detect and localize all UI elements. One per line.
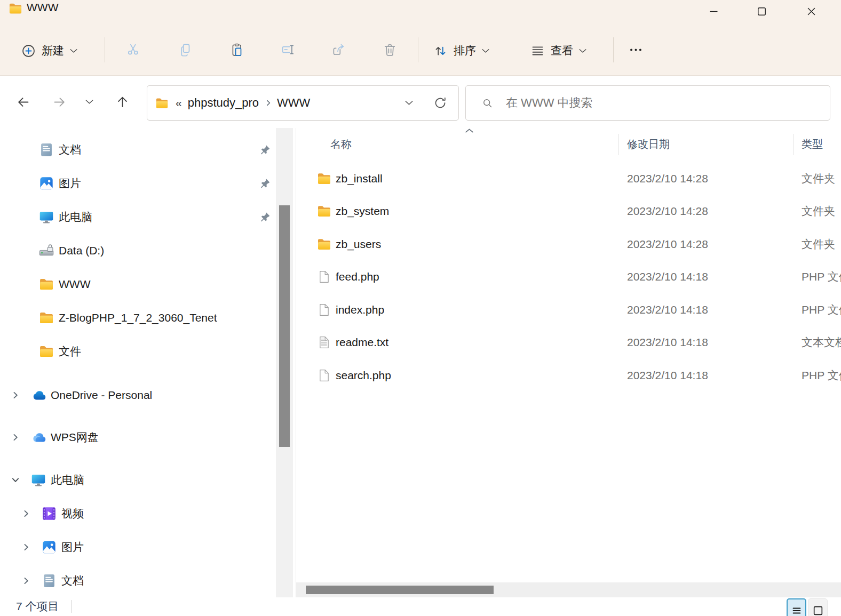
file-row-zb-system[interactable]: zb_system 2023/2/10 14:28 文件夹 — [296, 195, 841, 228]
sort-button[interactable]: 排序 — [427, 34, 496, 67]
folder-icon — [39, 310, 54, 325]
recent-locations-chevron-icon[interactable] — [85, 99, 93, 105]
search-icon — [481, 97, 494, 109]
sidebar-item-pictures[interactable]: 图片 — [0, 166, 276, 200]
file-row-readme-txt[interactable]: readme.txt 2023/2/10 14:18 文本文档 — [296, 326, 841, 359]
chevron-right-icon[interactable] — [12, 433, 20, 441]
documents-icon — [42, 573, 57, 588]
breadcrumb-overflow-button[interactable]: « — [176, 97, 182, 109]
search-placeholder: 在 WWW 中搜索 — [506, 95, 593, 111]
sidebar-item-pictures-tree[interactable]: 图片 — [0, 530, 276, 564]
file-row-zb-install[interactable]: zb_install 2023/2/10 14:28 文件夹 — [296, 162, 841, 195]
sort-button-label: 排序 — [454, 43, 476, 58]
file-row-index-php[interactable]: index.php 2023/2/10 14:18 PHP 文件 — [296, 293, 841, 326]
folder-icon — [317, 171, 331, 186]
horizontal-scrollbar[interactable] — [296, 582, 841, 597]
sidebar-item-onedrive[interactable]: OneDrive - Personal — [0, 378, 276, 412]
sidebar-item-videos[interactable]: 视频 — [0, 497, 276, 530]
file-row-zb-users[interactable]: zb_users 2023/2/10 14:28 文件夹 — [296, 228, 841, 261]
sidebar-item-documents-tree[interactable]: 文档 — [0, 564, 276, 597]
pictures-icon — [39, 176, 54, 191]
folder-icon — [317, 204, 331, 219]
share-button[interactable] — [326, 37, 352, 62]
column-header-name[interactable]: 名称 — [330, 137, 352, 151]
file-rows: zb_install 2023/2/10 14:28 文件夹 zb_system… — [296, 162, 841, 392]
file-row-feed-php[interactable]: feed.php 2023/2/10 14:18 PHP 文件 — [296, 261, 841, 294]
chevron-down-icon — [70, 49, 77, 53]
sidebar-item-files[interactable]: 文件 — [0, 334, 276, 368]
large-thumbnails-view-button[interactable] — [808, 598, 828, 616]
view-button-label: 查看 — [551, 43, 573, 58]
toolbar-separator — [418, 37, 418, 62]
refresh-icon[interactable] — [433, 95, 448, 110]
sidebar-scrollbar-thumb[interactable] — [279, 205, 290, 447]
up-button[interactable] — [115, 95, 130, 109]
folder-icon — [317, 237, 331, 251]
new-button-label: 新建 — [42, 43, 64, 58]
rename-icon — [281, 43, 295, 57]
sidebar-item-this-pc[interactable]: 此电脑 — [0, 463, 276, 497]
breadcrumb-item[interactable]: phpstudy_pro — [188, 96, 259, 110]
paste-button[interactable] — [224, 37, 250, 62]
search-box[interactable]: 在 WWW 中搜索 — [465, 85, 830, 121]
chevron-right-icon[interactable] — [22, 509, 30, 517]
sidebar-item-wps-cloud[interactable]: WPS网盘 — [0, 420, 276, 454]
view-button[interactable]: 查看 — [524, 34, 593, 67]
pictures-icon — [42, 540, 57, 555]
column-separator[interactable] — [618, 134, 619, 155]
window-title: WWW — [27, 1, 58, 14]
sort-arrows-icon — [433, 44, 448, 58]
column-header-type[interactable]: 类型 — [802, 137, 823, 151]
drive-bitlocker-icon — [39, 243, 54, 258]
this-pc-icon — [31, 473, 46, 487]
navigation-pane: 文档 图片 此电脑 Data (D:) WWW — [0, 128, 276, 597]
sidebar-scrollbar[interactable] — [276, 128, 293, 597]
close-button[interactable] — [799, 0, 823, 22]
minimize-button[interactable] — [701, 0, 726, 22]
maximize-button[interactable] — [749, 0, 774, 22]
sidebar-item-data-drive[interactable]: Data (D:) — [0, 234, 276, 267]
pin-icon — [259, 211, 271, 222]
content-area: 文档 图片 此电脑 Data (D:) WWW — [0, 128, 841, 597]
sidebar-item-www[interactable]: WWW — [0, 267, 276, 301]
sidebar-item-documents[interactable]: 文档 — [0, 133, 276, 166]
breadcrumb-item[interactable]: WWW — [277, 96, 310, 110]
chevron-right-icon[interactable] — [22, 577, 30, 585]
view-toggles — [787, 598, 828, 616]
column-separator[interactable] — [793, 134, 794, 155]
chevron-down-icon[interactable] — [12, 476, 20, 484]
address-bar[interactable]: « phpstudy_pro WWW — [147, 85, 459, 121]
command-toolbar: 新建 排序 查看 — [0, 24, 841, 76]
file-icon — [317, 270, 331, 284]
folder-icon — [9, 2, 22, 15]
column-header-date-modified[interactable]: 修改日期 — [627, 137, 670, 151]
videos-icon — [42, 506, 57, 521]
thumbnails-view-icon — [812, 605, 824, 616]
back-button[interactable] — [16, 95, 30, 109]
pin-icon — [259, 178, 271, 189]
new-button[interactable]: 新建 — [15, 34, 84, 67]
chevron-down-icon — [482, 49, 489, 53]
text-file-icon — [317, 335, 331, 350]
maximize-icon — [757, 6, 767, 17]
more-options-button[interactable] — [623, 37, 648, 62]
sidebar-item-this-pc-pinned[interactable]: 此电脑 — [0, 200, 276, 234]
chevron-right-icon[interactable] — [12, 391, 20, 399]
file-row-search-php[interactable]: search.php 2023/2/10 14:18 PHP 文件 — [296, 359, 841, 392]
chevron-right-icon[interactable] — [265, 100, 272, 106]
file-icon — [317, 302, 331, 317]
forward-button[interactable] — [52, 95, 67, 109]
status-bar: 7 个项目 — [0, 597, 841, 616]
address-dropdown-chevron-icon[interactable] — [405, 100, 413, 106]
chevron-down-icon — [579, 49, 586, 53]
horizontal-scrollbar-thumb[interactable] — [306, 586, 494, 594]
cut-button[interactable] — [121, 37, 146, 62]
chevron-right-icon[interactable] — [22, 543, 30, 551]
documents-icon — [39, 142, 54, 157]
copy-button[interactable] — [172, 37, 198, 62]
delete-button[interactable] — [377, 37, 402, 62]
plus-circle-icon — [21, 44, 36, 58]
details-view-button[interactable] — [787, 598, 806, 616]
sidebar-item-zblogphp[interactable]: Z-BlogPHP_1_7_2_3060_Tenet — [0, 301, 276, 334]
rename-button[interactable] — [275, 37, 300, 62]
